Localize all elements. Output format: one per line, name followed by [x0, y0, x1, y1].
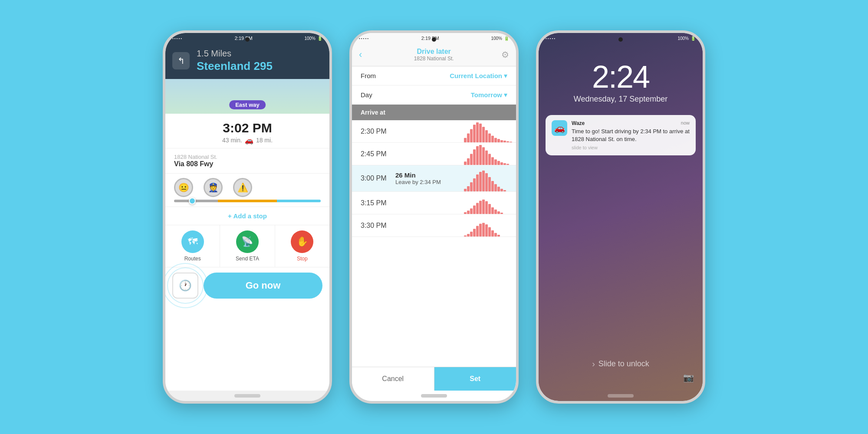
- notification-card[interactable]: 🚗 Waze now Time to go! Start driving by …: [546, 115, 696, 155]
- traffic-bars-4: [464, 214, 516, 237]
- svg-rect-31: [464, 189, 467, 191]
- svg-rect-68: [494, 233, 497, 237]
- svg-rect-58: [464, 235, 467, 237]
- nav-text: 1.5 Miles Steenland 295: [197, 48, 273, 74]
- day-dropdown-arrow[interactable]: ▾: [504, 91, 507, 99]
- eta-minutes: 43 min.: [222, 137, 242, 144]
- time-label-1: 2:45 PM: [361, 150, 395, 158]
- time-row-4[interactable]: 3:30 PM: [352, 214, 516, 237]
- home-button-3[interactable]: [608, 394, 634, 398]
- stop-button[interactable]: ✋ Stop: [275, 225, 329, 267]
- svg-rect-55: [494, 210, 497, 214]
- svg-rect-28: [500, 162, 503, 165]
- road-badge: East way: [229, 100, 266, 109]
- time-row-1[interactable]: 2:45 PM: [352, 143, 516, 165]
- traffic-bars-1: [464, 143, 516, 165]
- svg-rect-62: [476, 226, 479, 237]
- back-button[interactable]: ‹: [359, 49, 362, 60]
- send-eta-label: Send ETA: [236, 256, 259, 262]
- svg-rect-7: [485, 130, 488, 142]
- home-button[interactable]: [234, 394, 260, 398]
- svg-rect-66: [488, 227, 491, 237]
- svg-rect-53: [488, 204, 491, 214]
- svg-rect-37: [482, 171, 485, 191]
- set-button[interactable]: Set: [434, 367, 516, 391]
- add-stop-button[interactable]: + Add a stop: [165, 207, 329, 225]
- from-label: From: [361, 72, 387, 79]
- arrive-at-header: Arrive at: [352, 105, 516, 120]
- svg-rect-25: [491, 157, 494, 165]
- send-eta-icon: 📡: [236, 230, 259, 253]
- notification-content: Waze now Time to go! Start driving by 2:…: [572, 120, 690, 150]
- svg-rect-3: [473, 125, 476, 142]
- route-destination: 1828 National St.: [174, 154, 321, 160]
- stop-label: Stop: [297, 256, 308, 262]
- notif-header: Waze now: [572, 120, 690, 126]
- svg-rect-16: [464, 161, 467, 165]
- day-value[interactable]: Tomorrow: [471, 91, 502, 99]
- svg-rect-5: [479, 124, 482, 142]
- svg-rect-52: [485, 201, 488, 214]
- slider-thumb[interactable]: [189, 197, 196, 204]
- eta-block: 3:02 PM 43 min. 🚗 18 mi.: [165, 114, 329, 148]
- time-row-3[interactable]: 3:15 PM: [352, 192, 516, 214]
- svg-rect-8: [488, 134, 491, 142]
- svg-rect-30: [506, 164, 509, 165]
- from-filter-row: From Current Location ▾: [352, 66, 516, 85]
- nav-street: Steenland 295: [197, 59, 273, 74]
- time-label-2: 3:00 PM: [361, 174, 395, 182]
- svg-rect-69: [497, 235, 500, 237]
- traffic-slider[interactable]: [174, 200, 321, 202]
- stop-icon: ✋: [291, 230, 313, 253]
- svg-rect-18: [470, 154, 473, 165]
- battery-area-3: 100% 🔋: [677, 36, 696, 41]
- svg-rect-26: [494, 159, 497, 165]
- svg-rect-32: [467, 186, 470, 191]
- home-button-2[interactable]: [421, 394, 447, 398]
- car-icon: 🚗: [245, 136, 253, 145]
- schedule-icon: 🕐: [179, 279, 192, 292]
- svg-rect-15: [510, 141, 512, 142]
- slide-to-unlock[interactable]: › Slide to unlock: [539, 359, 703, 369]
- routes-button[interactable]: 🗺 Routes: [165, 225, 220, 267]
- from-value[interactable]: Current Location: [450, 72, 502, 79]
- svg-rect-48: [473, 206, 476, 214]
- svg-rect-9: [491, 136, 494, 142]
- cancel-button[interactable]: Cancel: [352, 367, 434, 391]
- svg-rect-11: [497, 139, 500, 142]
- eta-time: 3:02 PM: [165, 121, 329, 135]
- svg-rect-24: [488, 154, 491, 165]
- svg-rect-44: [503, 190, 506, 191]
- phone-navigation: ••••• 2:19 PM 100% 🔋 ↰ 1.5 Miles Steenla…: [163, 30, 332, 404]
- svg-rect-60: [470, 232, 473, 237]
- lock-clock: 2:24: [539, 59, 703, 95]
- camera-shortcut-icon[interactable]: 📷: [683, 372, 694, 383]
- svg-rect-61: [473, 229, 476, 237]
- svg-rect-20: [476, 146, 479, 165]
- day-label: Day: [361, 91, 387, 99]
- route-info: 1828 National St. Via 808 Fwy: [165, 148, 329, 174]
- svg-rect-36: [479, 172, 482, 191]
- bottom-buttons: Cancel Set: [352, 367, 516, 391]
- incident-icons: 😐 👮 ⚠️: [174, 178, 321, 197]
- schedule-button[interactable]: 🕐: [172, 273, 198, 299]
- go-now-button[interactable]: Go now: [204, 273, 322, 299]
- svg-rect-59: [467, 234, 470, 237]
- drive-later-header: ‹ Drive later 1828 National St. ⚙: [352, 43, 516, 66]
- svg-rect-46: [467, 210, 470, 214]
- slide-arrow-icon: ›: [592, 359, 595, 369]
- drive-later-title: Drive later: [366, 48, 501, 56]
- routes-icon: 🗺: [181, 230, 204, 253]
- from-dropdown-arrow[interactable]: ▾: [504, 72, 507, 80]
- settings-icon[interactable]: ⚙: [501, 49, 509, 60]
- svg-rect-45: [464, 212, 467, 214]
- time-row-0[interactable]: 2:30 PM: [352, 120, 516, 143]
- phone-lock-screen: ••••• 100% 🔋 2:24 Wednesday, 17 Septembe…: [536, 30, 705, 404]
- notif-time: now: [681, 120, 690, 126]
- lock-date: Wednesday, 17 September: [539, 95, 703, 104]
- header-center: Drive later 1828 National St.: [366, 48, 501, 62]
- send-eta-button[interactable]: 📡 Send ETA: [220, 225, 275, 267]
- traffic-slider-area: 😐 👮 ⚠️: [165, 174, 329, 207]
- time-row-2[interactable]: 3:00 PM26 MinLeave by 2:34 PM: [352, 165, 516, 192]
- eta-sub: 43 min. 🚗 18 mi.: [165, 136, 329, 145]
